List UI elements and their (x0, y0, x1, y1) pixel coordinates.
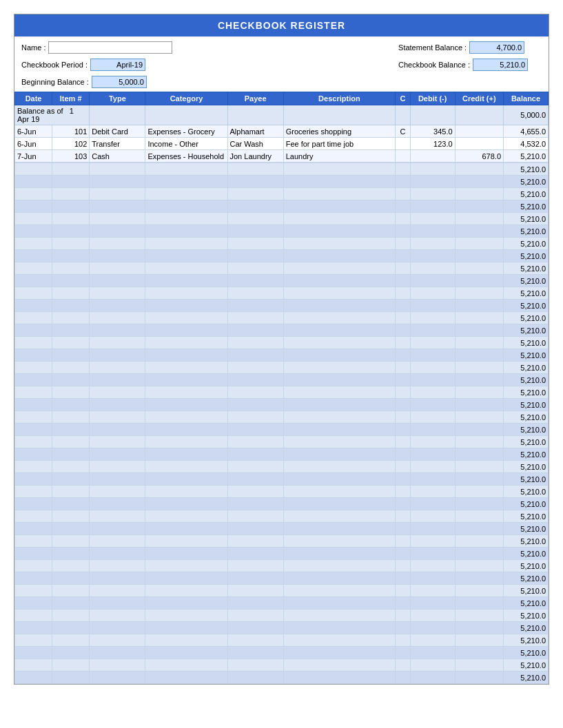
balance-init-label: Balance as of 1 Apr 19 (15, 105, 90, 125)
empty-row: 5,210.0 (15, 510, 549, 523)
empty-row: 5,210.0 (15, 585, 549, 597)
empty-row: 5,210.0 (15, 560, 549, 572)
top-form: Name : Checkbook Period : Beginning Bala… (14, 37, 549, 92)
empty-row: 5,210.0 (15, 436, 549, 448)
col-type: Type (90, 92, 145, 105)
beginning-balance-row: Beginning Balance : (21, 74, 172, 90)
empty-row: 5,210.0 (15, 386, 549, 399)
col-description: Description (283, 92, 395, 105)
empty-row: 5,210.0 (15, 610, 549, 622)
empty-row: 5,210.0 (15, 324, 549, 337)
empty-row: 5,210.0 (15, 337, 549, 349)
name-row: Name : (21, 40, 172, 55)
statement-balance-label: Statement Balance : (398, 43, 467, 52)
empty-row: 5,210.0 (15, 659, 549, 672)
name-label: Name : (21, 43, 45, 52)
table-row: 7-Jun 103 Cash Expenses - Household Jon … (15, 150, 549, 163)
empty-row: 5,210.0 (15, 362, 549, 374)
empty-row: 5,210.0 (15, 647, 549, 659)
form-right: Statement Balance : Checkbook Balance : (398, 40, 528, 90)
table-row: 6-Jun 102 Transfer Income - Other Car Wa… (15, 138, 549, 150)
empty-row: 5,210.0 (15, 250, 549, 262)
empty-row: 5,210.0 (15, 597, 549, 610)
empty-row: 5,210.0 (15, 461, 549, 473)
period-label: Checkbook Period : (21, 61, 88, 69)
checkbook-balance-label: Checkbook Balance : (398, 61, 470, 69)
empty-row: 5,210.0 (15, 486, 549, 498)
col-category: Category (145, 92, 227, 105)
name-input[interactable] (48, 41, 172, 54)
balance-init-row: Balance as of 1 Apr 19 5,000.0 (15, 105, 549, 125)
statement-balance-row: Statement Balance : (398, 40, 528, 55)
empty-row: 5,210.0 (15, 163, 549, 176)
empty-row: 5,210.0 (15, 213, 549, 225)
checkbook-register: CHECKBOOK REGISTER Name : Checkbook Peri… (14, 14, 549, 685)
empty-row: 5,210.0 (15, 448, 549, 461)
empty-row: 5,210.0 (15, 473, 549, 486)
table-header-row: Date Item # Type Category Payee Descript… (15, 92, 549, 105)
empty-row: 5,210.0 (15, 399, 549, 411)
empty-row: 5,210.0 (15, 572, 549, 585)
empty-row: 5,210.0 (15, 312, 549, 324)
col-item: Item # (52, 92, 90, 105)
empty-row: 5,210.0 (15, 188, 549, 200)
empty-row: 5,210.0 (15, 424, 549, 436)
empty-row: 5,210.0 (15, 176, 549, 188)
checkbook-balance-input[interactable] (473, 59, 528, 71)
empty-row: 5,210.0 (15, 287, 549, 300)
beginning-balance-label: Beginning Balance : (21, 78, 89, 86)
col-balance: Balance (504, 92, 549, 105)
empty-row: 5,210.0 (15, 622, 549, 634)
register-table: Date Item # Type Category Payee Descript… (14, 92, 549, 163)
empty-row: 5,210.0 (15, 275, 549, 287)
col-payee: Payee (227, 92, 283, 105)
empty-row: 5,210.0 (15, 349, 549, 362)
balance-init-value: 5,000.0 (504, 105, 549, 125)
empty-row: 5,210.0 (15, 523, 549, 535)
col-c: C (396, 92, 411, 105)
table-row: 6-Jun 101 Debit Card Expenses - Grocery … (15, 125, 549, 138)
empty-row: 5,210.0 (15, 238, 549, 250)
empty-row: 5,210.0 (15, 200, 549, 213)
empty-row: 5,210.0 (15, 411, 549, 424)
form-left: Name : Checkbook Period : Beginning Bala… (21, 40, 172, 90)
empty-row: 5,210.0 (15, 634, 549, 647)
col-credit: Credit (+) (455, 92, 503, 105)
register-table-section: Date Item # Type Category Payee Descript… (14, 92, 549, 684)
period-input[interactable] (90, 59, 145, 71)
empty-row: 5,210.0 (15, 535, 549, 548)
empty-row: 5,210.0 (15, 498, 549, 510)
empty-row: 5,210.0 (15, 374, 549, 386)
col-debit: Debit (-) (410, 92, 455, 105)
empty-row: 5,210.0 (15, 300, 549, 312)
statement-balance-input[interactable] (469, 41, 524, 54)
register-title: CHECKBOOK REGISTER (14, 14, 549, 37)
checkbook-balance-row: Checkbook Balance : (398, 57, 528, 72)
beginning-balance-input[interactable] (92, 76, 147, 88)
period-row: Checkbook Period : (21, 57, 172, 72)
col-date: Date (15, 92, 52, 105)
empty-rows-table: 5,210.05,210.05,210.05,210.05,210.05,210… (14, 163, 549, 684)
empty-row: 5,210.0 (15, 548, 549, 560)
empty-row: 5,210.0 (15, 672, 549, 684)
empty-row: 5,210.0 (15, 225, 549, 238)
empty-row: 5,210.0 (15, 262, 549, 275)
